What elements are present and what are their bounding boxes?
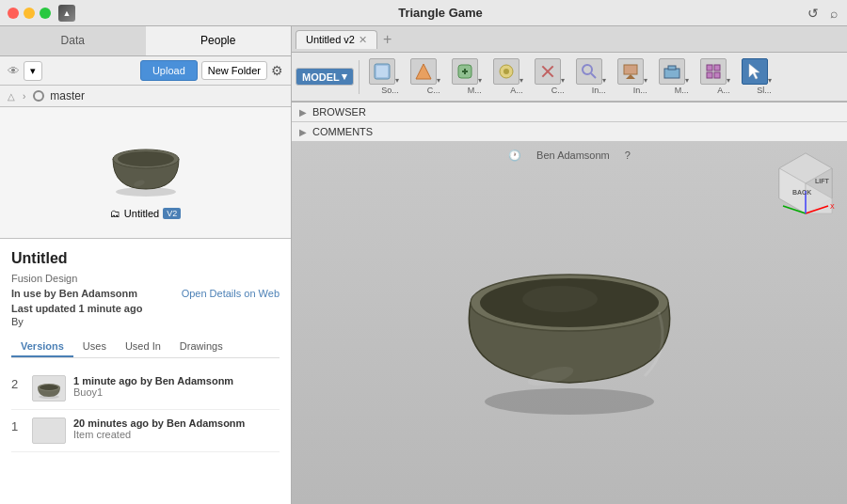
inspect-label: In... <box>592 86 606 95</box>
app-title: Triangle Game <box>83 6 798 20</box>
file-area: 🗂 Untitled V2 <box>0 107 291 239</box>
modify-label: M... <box>468 86 482 95</box>
tab-bar: Untitled v2 ✕ + <box>292 26 847 53</box>
open-details-link[interactable]: Open Details on Web <box>182 288 280 299</box>
construct-icon <box>535 58 561 85</box>
addins-icon <box>700 58 727 85</box>
vtab-versions[interactable]: Versions <box>11 337 73 357</box>
tool-addins[interactable]: ▾ A... <box>695 55 735 98</box>
window-controls <box>8 8 51 19</box>
help-icon: ? <box>625 150 631 162</box>
new-folder-btn[interactable]: New Folder <box>201 61 267 80</box>
app-icon: ▲ <box>58 5 75 22</box>
toolbar-separator <box>359 60 360 94</box>
version-tabs: Versions Uses Used In Drawings <box>11 337 280 358</box>
minimize-window-btn[interactable] <box>24 8 35 19</box>
main-content: Data People 👁 ▾ Upload New Folder ⚙ △ › … <box>0 26 847 504</box>
browser-expand-icon: ▶ <box>299 107 307 118</box>
details-info-row: In use by Ben Adamsonm Open Details on W… <box>11 288 280 299</box>
addins-label: A... <box>717 86 730 95</box>
branch-circle-icon <box>33 90 44 102</box>
select-icon <box>742 58 768 85</box>
tab-add-btn[interactable]: + <box>377 31 397 48</box>
right-panel: Untitled v2 ✕ + MODEL ▾ <box>292 26 847 504</box>
vtab-uses[interactable]: Uses <box>73 337 116 357</box>
svg-rect-26 <box>707 72 712 78</box>
viewport[interactable]: X BACK LIFT 🕐 Ben Adamsonm ? <box>292 142 847 504</box>
refresh-btn[interactable]: ↺ <box>806 4 821 23</box>
viewport-user: Ben Adamsonm <box>536 150 610 162</box>
svg-rect-7 <box>35 420 63 441</box>
view-dropdown-btn[interactable]: ▾ <box>24 61 42 81</box>
file-name: Untitled <box>124 208 159 219</box>
model-dropdown-btn[interactable]: MODEL ▾ <box>296 68 354 86</box>
upload-btn[interactable]: Upload <box>140 60 198 81</box>
svg-point-18 <box>583 65 592 74</box>
doc-tab[interactable]: Untitled v2 ✕ <box>296 30 377 49</box>
browser-row[interactable]: ▶ BROWSER <box>292 102 847 122</box>
svg-text:X: X <box>830 203 835 210</box>
gear-btn[interactable]: ⚙ <box>271 63 283 78</box>
left-toolbar: 👁 ▾ Upload New Folder ⚙ <box>0 56 291 86</box>
solid-label: So... <box>381 86 399 95</box>
browser-label: BROWSER <box>312 106 366 118</box>
create-icon <box>410 58 437 85</box>
left-panel: Data People 👁 ▾ Upload New Folder ⚙ △ › … <box>0 26 292 504</box>
svg-point-43 <box>522 286 598 312</box>
vtab-usedin[interactable]: Used In <box>116 337 170 357</box>
by-label: By <box>11 316 280 327</box>
tool-construct[interactable]: ▾ C... <box>530 55 569 98</box>
svg-text:LIFT: LIFT <box>815 178 829 184</box>
viewport-topbar: 🕐 Ben Adamsonm ? <box>508 150 631 162</box>
close-window-btn[interactable] <box>8 8 19 19</box>
tool-group: ▾ So... ▾ C... <box>364 55 776 98</box>
file-icon: 🗂 <box>110 208 120 219</box>
version-num-1: 1 <box>11 419 24 433</box>
svg-rect-23 <box>668 66 676 70</box>
tool-create[interactable]: ▾ C... <box>406 55 445 98</box>
thumb-label: 🗂 Untitled V2 <box>110 208 181 219</box>
branch-name: master <box>50 89 85 102</box>
model-toolbar: MODEL ▾ ▾ So... <box>292 53 847 102</box>
tool-insert[interactable]: ▾ In... <box>613 55 652 98</box>
tab-people[interactable]: People <box>146 26 292 55</box>
create-label: C... <box>427 86 440 95</box>
tool-inspect[interactable]: ▾ In... <box>571 55 611 98</box>
tool-solid[interactable]: ▾ So... <box>364 55 404 98</box>
tool-assemble[interactable]: ▾ A... <box>488 55 528 98</box>
tool-modify[interactable]: ▾ M... <box>447 55 487 98</box>
tool-make[interactable]: ▾ M... <box>654 55 694 98</box>
assemble-icon <box>493 58 519 85</box>
svg-marker-21 <box>626 74 635 79</box>
svg-marker-10 <box>416 64 431 79</box>
title-bar: ▲ Triangle Game ↺ ⌕ <box>0 0 847 26</box>
insert-icon <box>617 58 644 85</box>
svg-rect-9 <box>376 66 388 77</box>
thumb-image <box>99 127 193 202</box>
svg-rect-20 <box>624 65 637 74</box>
bowl-3d <box>438 218 701 428</box>
panel-tabs: Data People <box>0 26 291 56</box>
vtab-drawings[interactable]: Drawings <box>170 337 232 357</box>
doc-tab-close[interactable]: ✕ <box>359 34 367 46</box>
details-title-row: Untitled <box>11 250 280 269</box>
version-meta-2: 1 minute ago by Ben Adamsonm <box>73 375 280 386</box>
details-panel: Untitled Fusion Design In use by Ben Ada… <box>0 239 291 504</box>
version-list: 2 1 minute ago by Ben Adamsonm <box>11 368 280 452</box>
nav-cube[interactable]: X BACK LIFT <box>772 150 839 217</box>
version-item-1: 1 20 minutes ago by Ben Adamsonm Item cr… <box>11 410 280 452</box>
version-item-2: 2 1 minute ago by Ben Adamsonm <box>11 368 280 410</box>
file-thumb[interactable]: 🗂 Untitled V2 <box>91 119 200 227</box>
tab-data[interactable]: Data <box>0 26 146 55</box>
branch-bar: △ › master <box>0 86 291 107</box>
svg-point-40 <box>485 388 654 415</box>
in-use-label: In use by Ben Adamsonm <box>11 288 137 299</box>
tool-select[interactable]: ▾ Sl... <box>737 55 776 98</box>
eye-icon: 👁 <box>8 64 20 78</box>
maximize-window-btn[interactable] <box>40 8 51 19</box>
version-thumb-1 <box>32 417 66 444</box>
comments-row[interactable]: ▶ COMMENTS <box>292 122 847 142</box>
svg-point-2 <box>118 151 174 166</box>
search-btn[interactable]: ⌕ <box>828 4 839 23</box>
comments-expand-icon: ▶ <box>299 127 307 137</box>
